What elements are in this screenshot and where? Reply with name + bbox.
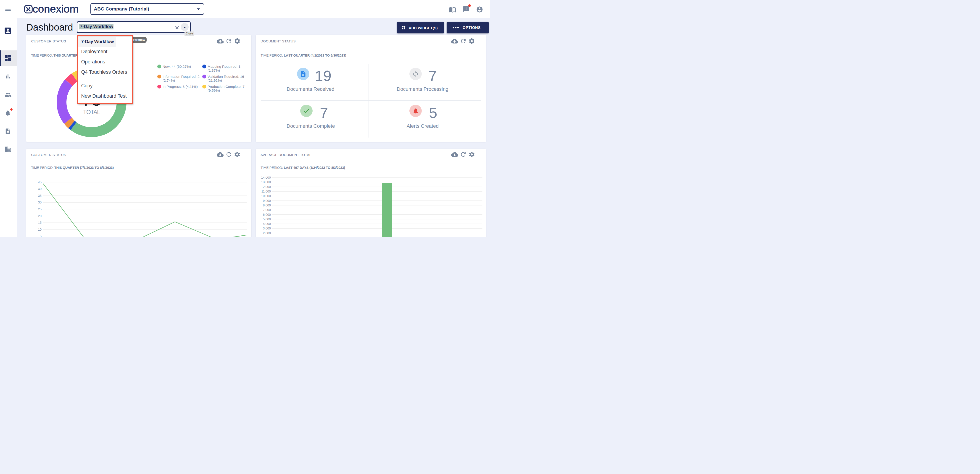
svg-text:7,000: 7,000 — [263, 208, 271, 212]
svg-text:25: 25 — [38, 207, 41, 211]
svg-text:3,000: 3,000 — [263, 227, 271, 230]
svg-text:13,000: 13,000 — [261, 181, 270, 184]
svg-text:20: 20 — [38, 214, 41, 217]
svg-text:10,000: 10,000 — [261, 195, 270, 198]
svg-text:35: 35 — [38, 193, 41, 197]
svg-text:4,000: 4,000 — [263, 222, 271, 225]
svg-text:12,000: 12,000 — [261, 185, 270, 189]
svg-text:6,000: 6,000 — [263, 213, 271, 216]
svg-text:9,000: 9,000 — [263, 199, 271, 203]
svg-text:45: 45 — [38, 180, 41, 184]
svg-text:5,000: 5,000 — [263, 217, 271, 221]
svg-text:5: 5 — [40, 234, 41, 237]
svg-text:10: 10 — [38, 227, 41, 231]
svg-text:11,000: 11,000 — [261, 190, 270, 193]
svg-text:15: 15 — [38, 221, 41, 224]
svg-text:40: 40 — [38, 187, 41, 191]
svg-text:8,000: 8,000 — [263, 204, 271, 207]
svg-text:2,000: 2,000 — [263, 231, 271, 235]
svg-text:14,000: 14,000 — [261, 176, 270, 179]
svg-text:30: 30 — [38, 200, 41, 204]
